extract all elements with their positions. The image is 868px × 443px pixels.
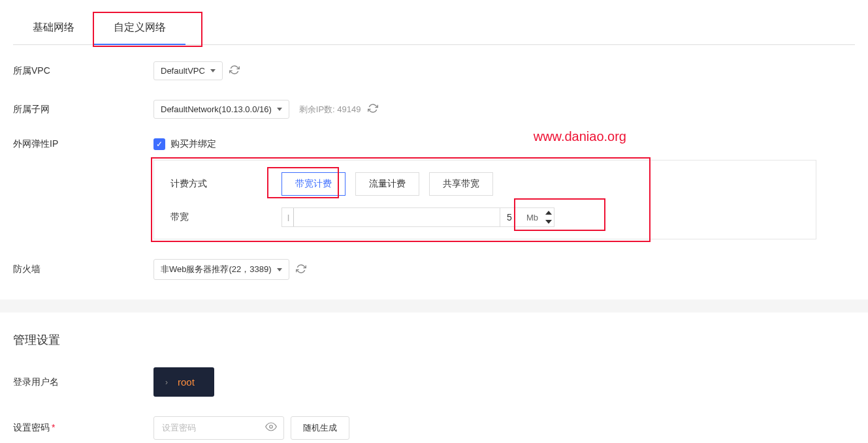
chevron-down-icon (277, 108, 282, 111)
subnet-label: 所属子网 (13, 104, 153, 115)
billing-option-bandwidth[interactable]: 带宽计费 (281, 172, 346, 196)
username-value: root (174, 367, 214, 397)
section-divider (0, 299, 868, 313)
billing-panel: 计费方式 带宽计费 流量计费 共享带宽 带宽 || 5 Mb (153, 160, 816, 239)
bandwidth-slider[interactable]: || (281, 207, 500, 227)
management-title: 管理设置 (13, 332, 855, 348)
password-label: 设置密码* (13, 422, 153, 434)
subnet-value: DefaultNetwork(10.13.0.0/16) (161, 104, 272, 114)
firewall-select[interactable]: 非Web服务器推荐(22，3389) (153, 259, 289, 280)
network-tabs: 基础网络 自定义网络 (13, 13, 855, 45)
eip-label: 外网弹性IP (13, 138, 153, 150)
bandwidth-spinner[interactable]: 5 Mb (500, 207, 555, 227)
eip-checkbox-label: 购买并绑定 (170, 138, 216, 150)
spinner-down-button[interactable] (543, 217, 554, 226)
highlight-box (151, 157, 651, 242)
refresh-icon[interactable] (296, 264, 306, 276)
remaining-ip-label: 剩余IP数: 49149 (299, 104, 361, 115)
billing-method-label: 计费方式 (170, 178, 281, 190)
chevron-right-icon: › (153, 369, 174, 396)
spinner-up-button[interactable] (543, 208, 554, 217)
username-label: 登录用户名 (13, 376, 153, 388)
password-input[interactable]: 设置密码 (153, 416, 284, 440)
chevron-down-icon (210, 69, 216, 72)
firewall-value: 非Web服务器推荐(22，3389) (161, 264, 272, 275)
eye-icon[interactable] (265, 421, 277, 435)
vpc-label: 所属VPC (13, 65, 153, 77)
vpc-value: DefaultVPC (161, 66, 205, 76)
down-arrow-icon (545, 220, 552, 224)
required-indicator: * (52, 422, 55, 433)
watermark-text: www.daniao.org (534, 129, 626, 144)
subnet-select[interactable]: DefaultNetwork(10.13.0.0/16) (153, 100, 289, 119)
random-password-button[interactable]: 随机生成 (291, 416, 349, 440)
billing-option-traffic[interactable]: 流量计费 (355, 172, 419, 196)
bandwidth-unit: Mb (526, 213, 543, 222)
vpc-select[interactable]: DefaultVPC (153, 61, 223, 80)
tab-basic-network[interactable]: 基础网络 (13, 13, 94, 44)
svg-point-0 (270, 425, 273, 429)
password-placeholder: 设置密码 (162, 423, 196, 433)
billing-option-shared[interactable]: 共享带宽 (429, 172, 493, 196)
slider-handle[interactable]: || (282, 208, 294, 226)
bandwidth-value: 5 (500, 212, 526, 222)
chevron-down-icon (277, 268, 282, 271)
firewall-label: 防火墙 (13, 264, 153, 275)
username-button[interactable]: › root (153, 367, 214, 397)
eip-checkbox[interactable]: ✓ (153, 138, 165, 150)
up-arrow-icon (545, 211, 552, 215)
check-icon: ✓ (156, 140, 163, 149)
tab-custom-network[interactable]: 自定义网络 (94, 13, 185, 45)
refresh-icon[interactable] (229, 65, 240, 77)
refresh-icon[interactable] (368, 103, 378, 115)
bandwidth-label: 带宽 (170, 211, 281, 223)
